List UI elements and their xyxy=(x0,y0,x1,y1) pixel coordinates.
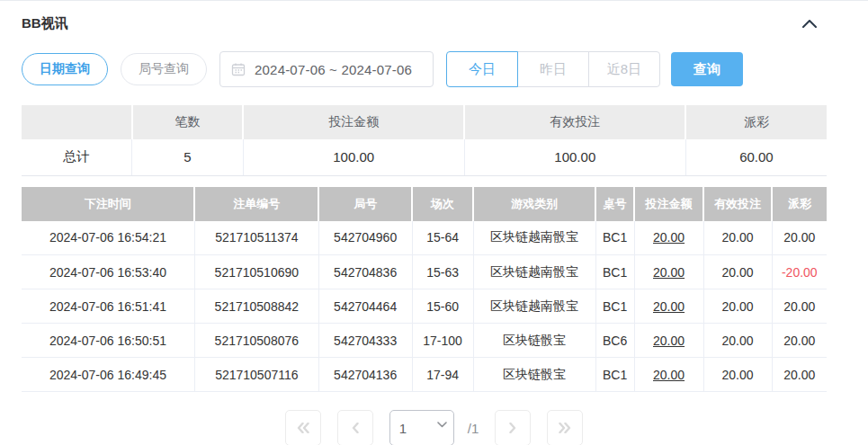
table-no-cell: BC1 xyxy=(595,221,634,255)
time-cell: 2024-07-06 16:53:40 xyxy=(22,255,194,289)
summary-table: 笔数 投注金额 有效投注 派彩 总计 5 100.00 100.00 60.00 xyxy=(22,105,827,176)
page-select-wrap: 1 xyxy=(389,410,454,445)
game-type-cell: 区块链越南骰宝 xyxy=(473,221,595,255)
quick-filter-group: 今日 昨日 近8日 xyxy=(446,51,660,87)
session-cell: 15-63 xyxy=(412,255,473,289)
session-cell: 15-60 xyxy=(412,289,473,324)
table-no-cell: BC1 xyxy=(595,358,634,392)
summary-header-row: 笔数 投注金额 有效投注 派彩 xyxy=(22,105,827,139)
chevron-right-icon xyxy=(509,423,516,433)
payout-cell: 20.00 xyxy=(772,324,827,358)
chevron-up-icon xyxy=(802,20,817,28)
order-no-cell: 521710508076 xyxy=(194,324,318,358)
time-cell: 2024-07-06 16:51:41 xyxy=(22,289,194,324)
valid-bet-cell: 20.00 xyxy=(703,221,772,255)
time-cell: 2024-07-06 16:49:45 xyxy=(22,358,194,392)
payout-cell: 20.00 xyxy=(772,358,827,392)
payout-cell: 20.00 xyxy=(772,221,827,255)
order-no-cell: 521710507116 xyxy=(194,358,318,392)
payout-cell: 20.00 xyxy=(772,289,827,324)
round-query-tab[interactable]: 局号查询 xyxy=(121,53,207,85)
table-no-cell: BC1 xyxy=(595,289,634,324)
date-range-input[interactable]: 2024-07-06 ~ 2024-07-06 xyxy=(219,51,434,87)
double-chevron-left-icon xyxy=(297,423,309,433)
header-bet-time: 下注时间 xyxy=(22,187,194,221)
bet-amount-link[interactable]: 20.00 xyxy=(634,358,703,392)
next-page-button[interactable] xyxy=(495,410,531,445)
header-game-type: 游戏类别 xyxy=(473,187,595,221)
bet-records-table: 下注时间 注单编号 局号 场次 游戏类别 桌号 投注金额 有效投注 派彩 202… xyxy=(22,187,827,393)
summary-header-count: 笔数 xyxy=(132,105,244,139)
bet-record-row: 2024-07-06 16:54:21521710511374542704960… xyxy=(22,221,827,255)
summary-total-payout: 60.00 xyxy=(685,139,827,175)
order-no-cell: 521710511374 xyxy=(194,221,318,255)
bet-record-row: 2024-07-06 16:53:40521710510690542704836… xyxy=(22,255,827,289)
double-chevron-right-icon xyxy=(559,423,571,433)
order-no-cell: 521710510690 xyxy=(194,255,318,289)
game-type-cell: 区块链越南骰宝 xyxy=(473,255,595,289)
table-no-cell: BC6 xyxy=(595,324,634,358)
summary-header-valid-bet: 有效投注 xyxy=(464,105,685,139)
prev-page-button[interactable] xyxy=(337,410,373,445)
game-type-cell: 区块链越南骰宝 xyxy=(473,289,595,324)
bet-amount-link[interactable]: 20.00 xyxy=(634,221,703,255)
valid-bet-cell: 20.00 xyxy=(703,289,772,324)
quick-filter-last8days[interactable]: 近8日 xyxy=(588,51,660,87)
header-table-no: 桌号 xyxy=(595,187,634,221)
summary-header-blank xyxy=(22,105,132,139)
valid-bet-cell: 20.00 xyxy=(703,358,772,392)
header-payout: 派彩 xyxy=(772,187,827,221)
summary-total-row: 总计 5 100.00 100.00 60.00 xyxy=(22,139,827,175)
header-valid-bet: 有效投注 xyxy=(703,187,772,221)
panel-header: BB视讯 xyxy=(22,1,846,39)
detail-header-row: 下注时间 注单编号 局号 场次 游戏类别 桌号 投注金额 有效投注 派彩 xyxy=(22,187,827,221)
total-pages-label: /1 xyxy=(468,421,479,436)
last-page-button[interactable] xyxy=(547,410,583,445)
summary-total-label: 总计 xyxy=(22,139,132,175)
bet-record-row: 2024-07-06 16:49:45521710507116542704136… xyxy=(22,358,827,392)
quick-filter-today[interactable]: 今日 xyxy=(446,51,518,87)
round-no-cell: 542704136 xyxy=(318,358,412,392)
panel-title: BB视讯 xyxy=(22,15,68,32)
page-select[interactable]: 1 xyxy=(389,410,454,445)
valid-bet-cell: 20.00 xyxy=(703,324,772,358)
time-cell: 2024-07-06 16:50:51 xyxy=(22,324,194,358)
first-page-button[interactable] xyxy=(285,410,321,445)
query-toolbar: 日期查询 局号查询 2024-07-06 ~ 2024-07-06 今日 昨日 … xyxy=(22,51,846,87)
bet-amount-link[interactable]: 20.00 xyxy=(634,255,703,289)
summary-header-payout: 派彩 xyxy=(685,105,827,139)
bet-amount-link[interactable]: 20.00 xyxy=(634,289,703,324)
table-no-cell: BC1 xyxy=(595,255,634,289)
valid-bet-cell: 20.00 xyxy=(703,255,772,289)
round-no-cell: 542704960 xyxy=(318,221,412,255)
session-cell: 15-64 xyxy=(412,221,473,255)
session-cell: 17-100 xyxy=(412,324,473,358)
bb-video-panel: BB视讯 日期查询 局号查询 2024-07-06 ~ 2024-07-06 xyxy=(0,1,868,445)
time-cell: 2024-07-06 16:54:21 xyxy=(22,221,194,255)
game-type-cell: 区块链骰宝 xyxy=(473,358,595,392)
round-no-cell: 542704836 xyxy=(318,255,412,289)
bet-record-row: 2024-07-06 16:51:41521710508842542704464… xyxy=(22,289,827,324)
date-query-tab[interactable]: 日期查询 xyxy=(22,53,108,85)
order-no-cell: 521710508842 xyxy=(194,289,318,324)
header-order-no: 注单编号 xyxy=(194,187,318,221)
game-type-cell: 区块链骰宝 xyxy=(473,324,595,358)
date-range-value: 2024-07-06 ~ 2024-07-06 xyxy=(255,62,412,77)
calendar-icon xyxy=(231,62,246,76)
summary-total-bet-amount: 100.00 xyxy=(243,139,464,175)
header-bet-amount: 投注金额 xyxy=(634,187,703,221)
bet-amount-link[interactable]: 20.00 xyxy=(634,324,703,358)
bet-record-row: 2024-07-06 16:50:51521710508076542704333… xyxy=(22,324,827,358)
session-cell: 17-94 xyxy=(412,358,473,392)
quick-filter-yesterday[interactable]: 昨日 xyxy=(517,51,589,87)
summary-total-valid-bet: 100.00 xyxy=(464,139,685,175)
payout-cell: -20.00 xyxy=(772,255,827,289)
search-button[interactable]: 查询 xyxy=(671,52,743,86)
round-no-cell: 542704464 xyxy=(318,289,412,324)
round-no-cell: 542704333 xyxy=(318,324,412,358)
summary-header-bet-amount: 投注金额 xyxy=(243,105,464,139)
header-round-no: 局号 xyxy=(318,187,412,221)
pagination: 1 /1 xyxy=(22,410,846,445)
chevron-left-icon xyxy=(352,423,359,433)
collapse-button[interactable] xyxy=(798,12,821,35)
